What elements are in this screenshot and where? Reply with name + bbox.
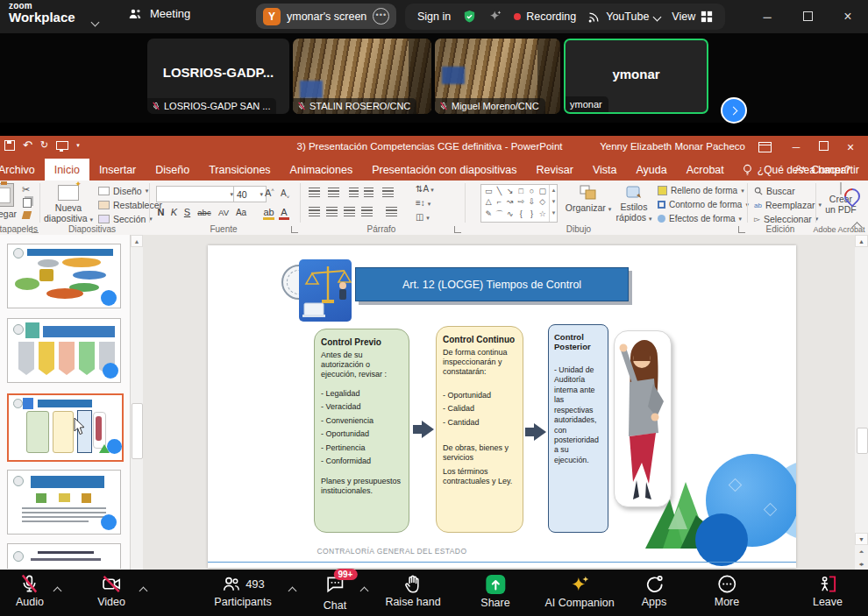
slide-thumbnail-2[interactable] <box>7 318 121 383</box>
align-text-button[interactable]: ≡↕ ▾ <box>416 198 430 208</box>
account-name[interactable]: Yenny Elizabeth Monar Pacheco <box>600 141 745 152</box>
columns-button[interactable] <box>386 207 397 216</box>
workspace-chevron-down-icon[interactable] <box>92 13 98 29</box>
align-right-button[interactable] <box>344 207 355 216</box>
underline-button[interactable]: S <box>181 207 194 217</box>
format-painter-icon[interactable] <box>22 211 32 219</box>
clipboard-dialog-launcher[interactable] <box>32 226 39 233</box>
ribbon-display-options-icon[interactable] <box>758 142 772 152</box>
participant-tile[interactable]: STALIN ROSERO/CNC <box>293 39 431 114</box>
screen-share-pill[interactable]: Y ymonar's screen ••• <box>256 4 396 29</box>
line-spacing-button[interactable] <box>382 188 394 197</box>
share-button-ppt[interactable]: Compartir <box>794 159 859 181</box>
reset-button[interactable]: Restablecer <box>98 200 162 210</box>
ppt-close-button[interactable]: × <box>833 136 868 159</box>
character-spacing-button[interactable]: AV <box>216 208 231 217</box>
participant-tile[interactable]: LOSRIOS-GADP... LOSRIOS-GADP SAN ... <box>147 39 289 114</box>
tab-vista[interactable]: Vista <box>583 159 627 181</box>
raise-hand-button[interactable]: Raise hand <box>385 574 440 608</box>
change-case-button[interactable]: Aa <box>233 208 249 217</box>
grow-font-button[interactable]: A˄ <box>265 188 274 198</box>
strikethrough-button[interactable]: abc <box>195 208 214 217</box>
maximize-button[interactable] <box>787 11 828 24</box>
shape-effects-button[interactable]: Efectos de forma▾ <box>658 214 742 223</box>
slide-thumbnail-4[interactable] <box>7 470 121 535</box>
quick-styles-button[interactable]: Estilos rápidos ▾ <box>614 185 654 223</box>
participants-button[interactable]: 493 Participants <box>214 574 271 608</box>
scrollbar-thumb[interactable] <box>857 428 868 454</box>
align-center-button[interactable] <box>326 207 338 216</box>
tab-diseno[interactable]: Diseño <box>146 159 199 181</box>
bullets-button[interactable] <box>309 188 320 197</box>
participant-tile[interactable]: Miguel Moreno/CNC <box>435 39 560 114</box>
text-direction-button[interactable]: ⇅A ▾ <box>416 184 434 194</box>
shape-outline-button[interactable]: Contorno de forma▾ <box>658 200 749 209</box>
shapes-gallery[interactable]: ▭╲↘□○▢ △⌐↝⇨⇩◇ ✎⌒∿{}☆ <box>480 184 558 223</box>
italic-button[interactable]: K <box>167 207 181 217</box>
close-button[interactable]: × <box>828 9 868 25</box>
pill-more-options-icon[interactable]: ••• <box>373 8 389 25</box>
copy-icon[interactable] <box>23 198 32 208</box>
create-pdf-button[interactable]: Crear un PDF <box>819 183 863 215</box>
justify-button[interactable] <box>361 207 373 216</box>
select-button[interactable]: ▻Seleccionar▾ <box>754 214 818 224</box>
bold-button[interactable]: N <box>154 207 167 217</box>
leave-button[interactable]: Leave <box>813 574 843 608</box>
smartart-button[interactable]: ◫ ▾ <box>416 212 430 222</box>
customize-qat-caret[interactable]: ▾ <box>76 142 80 149</box>
new-slide-button[interactable]: Nueva diapositiva ▾ <box>42 185 95 223</box>
slide-canvas[interactable]: Art. 12 (LOCGE) Tiempos de Control Contr… <box>208 245 796 568</box>
sign-in-button[interactable]: Sign in <box>417 11 451 23</box>
slide-thumbnail-3-selected[interactable] <box>7 393 124 462</box>
decrease-indent-button[interactable] <box>349 188 359 197</box>
paste-button[interactable]: Pegar <box>0 183 21 219</box>
arrange-button[interactable]: Organizar ▾ <box>563 185 614 213</box>
slide-thumbnail-1[interactable] <box>7 244 121 308</box>
apps-button[interactable]: Apps <box>642 574 667 608</box>
font-size-select[interactable]: 40▾ <box>233 186 267 202</box>
shape-fill-button[interactable]: Relleno de forma▾ <box>658 186 744 195</box>
save-icon[interactable] <box>4 140 15 151</box>
tab-animaciones[interactable]: Animaciones <box>281 159 363 181</box>
chat-button[interactable]: 99+ Chat <box>324 574 346 612</box>
tab-revisar[interactable]: Revisar <box>527 159 583 181</box>
shapes-gallery-scrollbar[interactable]: ▲▼▼ <box>549 185 558 222</box>
tab-insertar[interactable]: Insertar <box>89 159 146 181</box>
layout-button[interactable]: Diseño▾ <box>98 186 148 196</box>
font-color-button[interactable]: A <box>279 207 289 220</box>
slide-thumbnail-5[interactable] <box>7 543 121 569</box>
increase-indent-button[interactable] <box>364 188 374 197</box>
numbering-button[interactable] <box>328 188 339 197</box>
tab-transiciones[interactable]: Transiciones <box>199 159 280 181</box>
chat-options-caret[interactable] <box>361 582 367 598</box>
tab-presentacion[interactable]: Presentación con diapositivas <box>362 159 526 181</box>
video-button[interactable]: Video <box>97 574 125 608</box>
more-button[interactable]: More <box>715 574 739 608</box>
cut-icon[interactable]: ✂ <box>22 184 30 195</box>
tab-archivo[interactable]: Archivo <box>0 159 45 181</box>
tab-acrobat[interactable]: Acrobat <box>677 159 734 181</box>
font-name-select[interactable]: ▾ <box>156 186 237 202</box>
tab-ayuda[interactable]: Ayuda <box>627 159 677 181</box>
slide-area-scrollbar[interactable]: ▲ ▼ ⏶⏶ ⏷⏷ <box>855 235 868 570</box>
ai-companion-button[interactable]: AI Companion <box>544 574 614 609</box>
redo-icon[interactable]: ↻ <box>40 140 48 150</box>
participants-options-caret[interactable] <box>289 582 295 598</box>
thumbnail-scrollbar[interactable]: ▲ <box>131 235 143 570</box>
find-button[interactable]: Buscar <box>754 186 795 196</box>
replace-button[interactable]: abReemplazar▾ <box>754 200 822 210</box>
audio-options-caret[interactable] <box>54 582 60 598</box>
audio-button[interactable]: Audio <box>16 574 44 608</box>
thumbnail-scrollbar-thumb[interactable] <box>132 403 143 459</box>
tab-meeting[interactable]: Meeting <box>128 7 190 20</box>
shrink-font-button[interactable]: A˅ <box>281 188 289 200</box>
font-dialog-launcher[interactable] <box>291 226 298 233</box>
minimize-button[interactable]: ─ <box>747 11 787 24</box>
participant-tile-active-speaker[interactable]: ymonar ymonar <box>564 39 708 114</box>
previous-slide-button[interactable]: ⏶⏶ <box>855 546 868 558</box>
start-slideshow-icon[interactable] <box>56 141 68 150</box>
youtube-live-button[interactable]: YouTube <box>587 11 660 24</box>
share-button[interactable]: Share <box>480 574 509 609</box>
highlight-color-button[interactable]: ab <box>263 207 274 220</box>
next-participants-button[interactable] <box>721 97 747 124</box>
